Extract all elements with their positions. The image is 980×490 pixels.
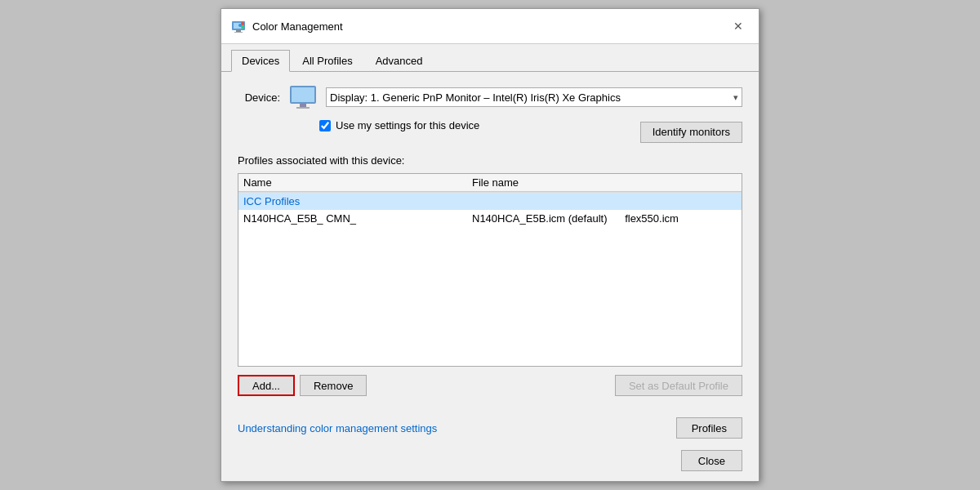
device-row: Device: Display: 1. Generic PnP Monitor … [238, 85, 742, 109]
icc-profiles-group[interactable]: ICC Profiles [243, 195, 472, 207]
profiles-button[interactable]: Profiles [676, 417, 742, 439]
svg-rect-8 [292, 87, 314, 102]
svg-rect-9 [300, 104, 306, 107]
set-default-button[interactable]: Set as Default Profile [615, 375, 742, 396]
tabs-bar: Devices All Profiles Advanced [221, 44, 759, 72]
device-label: Device: [238, 91, 280, 104]
bottom-row: Understanding color management settings … [221, 409, 759, 450]
column-header-filename: File name [472, 176, 737, 189]
dialog-title: Color Management [252, 20, 343, 33]
chevron-down-icon: ▾ [733, 92, 738, 103]
color-management-dialog: Color Management ✕ Devices All Profiles … [220, 8, 760, 482]
profiles-associated-label: Profiles associated with this device: [238, 154, 742, 167]
table-header: Name File name [238, 174, 742, 192]
close-button[interactable]: Close [681, 450, 742, 471]
tab-advanced[interactable]: Advanced [365, 50, 434, 72]
profile-name: N140HCA_E5B_ CMN_ [243, 212, 472, 225]
main-content: Device: Display: 1. Generic PnP Monitor … [221, 72, 759, 409]
table-row[interactable]: ICC Profiles [238, 193, 742, 210]
title-bar-left: Color Management [231, 19, 343, 33]
table-row[interactable]: N140HCA_E5B_ CMN_ N140HCA_E5B.icm (defau… [238, 210, 742, 227]
close-title-button[interactable]: ✕ [728, 16, 749, 37]
profile-filename: N140HCA_E5B.icm (default) flex550.icm [472, 212, 737, 225]
use-settings-checkbox[interactable] [319, 120, 331, 131]
tab-all-profiles[interactable]: All Profiles [292, 50, 363, 72]
svg-rect-10 [296, 107, 310, 109]
svg-point-6 [238, 24, 242, 27]
monitor-icon [288, 85, 318, 109]
column-header-name: Name [243, 176, 472, 189]
understanding-link[interactable]: Understanding color management settings [238, 422, 437, 434]
remove-button[interactable]: Remove [300, 375, 367, 396]
svg-rect-2 [236, 30, 241, 32]
device-dropdown-value: Display: 1. Generic PnP Monitor – Intel(… [330, 91, 621, 104]
checkbox-row: Use my settings for this device [319, 119, 479, 131]
title-bar: Color Management ✕ [221, 9, 759, 44]
device-dropdown[interactable]: Display: 1. Generic PnP Monitor – Intel(… [326, 87, 742, 107]
profiles-table: Name File name ICC Profiles N140HCA_E5B_… [238, 173, 742, 367]
svg-rect-3 [234, 32, 243, 33]
tab-devices[interactable]: Devices [231, 50, 290, 72]
bottom-close-row: Close [221, 450, 759, 481]
add-button[interactable]: Add... [238, 375, 295, 396]
use-settings-label: Use my settings for this device [336, 119, 479, 131]
identify-row: Use my settings for this device Identify… [238, 119, 742, 145]
identify-monitors-button[interactable]: Identify monitors [640, 122, 742, 143]
action-buttons-row: Add... Remove Set as Default Profile [238, 375, 742, 396]
app-icon [231, 19, 246, 33]
